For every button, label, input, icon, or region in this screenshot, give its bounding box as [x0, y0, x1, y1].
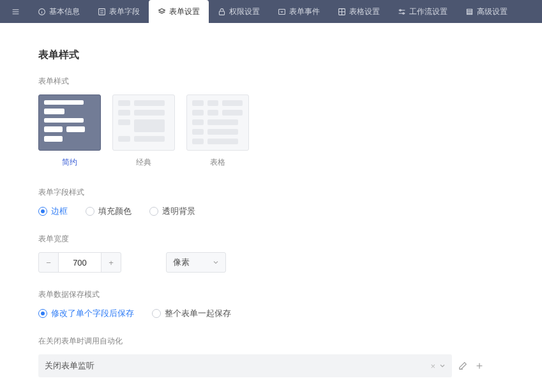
stack-icon: [465, 8, 474, 16]
tab-label: 基本信息: [49, 6, 80, 17]
label-form-width: 表单宽度: [38, 234, 485, 245]
flow-icon: [398, 8, 406, 16]
top-tab-bar: 基本信息 表单字段 表单设置 权限设置 表单事件 表格设置 工作流设置 高级设置: [0, 0, 542, 23]
section-title-form-style: 表单样式: [38, 49, 485, 62]
radio-save-single[interactable]: 修改了单个字段后保存: [38, 308, 134, 319]
select-value: 像素: [173, 257, 190, 268]
event-icon: [278, 8, 286, 16]
style-label-classic: 经典: [136, 157, 151, 168]
automation-select[interactable]: 关闭表单监听 ×: [38, 354, 452, 377]
tab-form-settings[interactable]: 表单设置: [149, 0, 209, 23]
preview-table: [186, 94, 249, 151]
radio-icon: [152, 309, 161, 318]
radio-icon: [38, 309, 47, 318]
save-mode-radios: 修改了单个字段后保存 整个表单一起保存: [38, 308, 485, 319]
radio-label: 边框: [51, 206, 68, 217]
width-stepper: − 700 +: [38, 252, 121, 273]
content-area: 表单样式 表单样式 简约 经典: [0, 23, 523, 392]
label-field-style: 表单字段样式: [38, 187, 485, 198]
radio-icon: [38, 207, 47, 216]
field-style-radios: 边框 填充颜色 透明背景: [38, 206, 485, 217]
preview-simple: [38, 94, 101, 151]
step-decrease[interactable]: −: [39, 253, 58, 272]
style-label-simple: 简约: [62, 157, 77, 168]
svg-rect-11: [279, 9, 285, 14]
step-increase[interactable]: +: [102, 253, 121, 272]
tab-label: 权限设置: [229, 6, 260, 17]
tab-form-fields[interactable]: 表单字段: [89, 0, 149, 23]
radio-transparent[interactable]: 透明背景: [149, 206, 195, 217]
style-option-simple[interactable]: 简约: [38, 94, 101, 168]
style-label-table: 表格: [210, 157, 225, 168]
automation-row: 关闭表单监听 ×: [38, 354, 485, 377]
list-icon: [98, 8, 106, 16]
radio-save-whole[interactable]: 整个表单一起保存: [152, 308, 231, 319]
svg-marker-9: [159, 8, 165, 11]
radio-fill[interactable]: 填充颜色: [86, 206, 132, 217]
tab-label: 高级设置: [477, 6, 508, 17]
svg-rect-20: [467, 11, 472, 12]
menu-toggle[interactable]: [3, 0, 29, 23]
svg-rect-6: [99, 8, 105, 15]
add-automation-button[interactable]: [474, 360, 485, 372]
style-option-table[interactable]: 表格: [186, 94, 249, 168]
radio-icon: [86, 207, 94, 216]
tab-basic-info[interactable]: 基本信息: [29, 0, 89, 23]
svg-rect-10: [219, 11, 224, 15]
automation-controls: ×: [430, 361, 446, 371]
grid-icon: [338, 8, 346, 16]
tab-label: 工作流设置: [409, 6, 448, 17]
tab-permissions[interactable]: 权限设置: [209, 0, 269, 23]
tab-label: 表格设置: [349, 6, 380, 17]
svg-rect-19: [467, 9, 472, 10]
tab-table-settings[interactable]: 表格设置: [329, 0, 389, 23]
info-icon: [38, 8, 46, 16]
radio-label: 修改了单个字段后保存: [51, 308, 134, 319]
tab-workflow-settings[interactable]: 工作流设置: [389, 0, 456, 23]
tab-label: 表单设置: [169, 6, 200, 17]
plus-icon: [475, 361, 484, 370]
width-row: − 700 + 像素: [38, 252, 485, 273]
label-automation: 在关闭表单时调用自动化: [38, 336, 485, 347]
automation-value: 关闭表单监听: [45, 360, 94, 372]
radio-label: 整个表单一起保存: [165, 308, 231, 319]
preview-classic: [112, 94, 175, 151]
chevron-down-icon: [213, 259, 219, 266]
pencil-icon: [458, 361, 467, 370]
tab-form-events[interactable]: 表单事件: [269, 0, 329, 23]
lock-icon: [218, 8, 226, 16]
style-options: 简约 经典 表格: [38, 94, 485, 168]
radio-icon: [149, 207, 158, 216]
edit-automation-button[interactable]: [457, 360, 469, 372]
step-value[interactable]: 700: [58, 253, 102, 272]
svg-rect-21: [467, 13, 472, 14]
label-form-style: 表单样式: [38, 76, 485, 87]
radio-label: 填充颜色: [98, 206, 132, 217]
clear-icon[interactable]: ×: [430, 361, 435, 371]
label-save-mode: 表单数据保存模式: [38, 289, 485, 300]
layers-icon: [158, 8, 166, 16]
chevron-down-icon[interactable]: [439, 363, 446, 369]
tab-label: 表单字段: [109, 6, 140, 17]
radio-label: 透明背景: [162, 206, 195, 217]
style-option-classic[interactable]: 经典: [112, 94, 175, 168]
tab-advanced-settings[interactable]: 高级设置: [456, 0, 516, 23]
tab-label: 表单事件: [289, 6, 320, 17]
width-unit-select[interactable]: 像素: [166, 252, 226, 273]
radio-border[interactable]: 边框: [38, 206, 68, 217]
